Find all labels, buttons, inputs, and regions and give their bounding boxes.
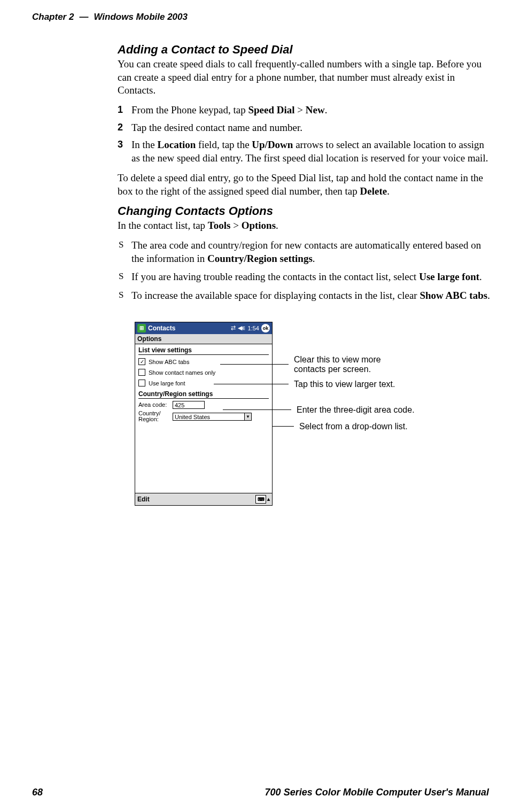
option-label: Use large font: [149, 380, 185, 386]
text-bold: New: [306, 104, 325, 115]
text: In the: [131, 139, 158, 150]
text-bold: Up/Down: [252, 139, 293, 150]
signal-icon: ⇄: [231, 324, 236, 331]
text: If you are having trouble reading the co…: [131, 271, 419, 282]
text-bold: Show ABC tabs: [419, 290, 487, 301]
callout-line: [223, 409, 291, 410]
text-bold: Location: [158, 139, 196, 150]
text-bold: Options: [242, 220, 276, 231]
header-title: Windows Mobile 2003: [94, 12, 188, 22]
step-number: 2: [118, 121, 123, 134]
checkbox-icon[interactable]: ✓: [138, 358, 145, 365]
list-item: The area code and country/region for new…: [118, 239, 492, 265]
page: Chapter 2 — Windows Mobile 2003 Adding a…: [0, 0, 521, 812]
header-separator: —: [79, 12, 88, 22]
callout-line: [220, 364, 289, 365]
status-area: ⇄ ◀ϵ 1:54: [231, 324, 259, 331]
footer-title: 700 Series Color Mobile Computer User's …: [265, 787, 489, 798]
option-use-large-font[interactable]: Use large font: [138, 378, 269, 388]
running-header: Chapter 2 — Windows Mobile 2003: [32, 12, 489, 22]
bottom-bar: Edit ⌨ ▴: [135, 493, 272, 505]
callout-line: [273, 426, 294, 427]
step-number: 3: [118, 138, 123, 151]
group-list-view: List view settings: [138, 346, 269, 355]
checkbox-icon[interactable]: [138, 369, 145, 376]
speaker-icon: ◀ϵ: [238, 324, 246, 331]
step-number: 1: [118, 104, 123, 116]
country-row: Country/ Region: United States ▼: [138, 411, 269, 423]
header-chapter: Chapter 2: [32, 12, 74, 22]
callout-clear-abc: Clear this to view more contacts per scr…: [294, 355, 381, 374]
text: From the Phone keypad, tap: [131, 104, 248, 115]
step-1: 1 From the Phone keypad, tap Speed Dial …: [118, 104, 492, 117]
text: >: [295, 104, 306, 115]
ok-button[interactable]: ok: [261, 324, 270, 332]
heading-changing-options: Changing Contacts Options: [118, 204, 492, 218]
country-dropdown[interactable]: United States ▼: [173, 413, 252, 421]
paragraph: In the contact list, tap Tools > Options…: [118, 219, 492, 233]
sip-arrow-icon[interactable]: ▴: [267, 496, 270, 502]
step-2: 2 Tap the desired contact name and numbe…: [118, 121, 492, 135]
content: Adding a Contact to Speed Dial You can c…: [118, 43, 492, 514]
edit-menu[interactable]: Edit: [137, 496, 150, 503]
area-code-row: Area code: 425: [138, 401, 269, 409]
text: To increase the available space for disp…: [131, 290, 419, 301]
text-bold: Tools: [208, 220, 231, 231]
callout-line: [214, 384, 289, 384]
start-icon[interactable]: ⊞: [137, 324, 146, 332]
text: Tap the desired contact name and number.: [131, 122, 302, 133]
option-label: Show ABC tabs: [149, 359, 189, 365]
page-number: 68: [32, 787, 43, 798]
option-show-names-only[interactable]: Show contact names only: [138, 368, 269, 377]
callout-area-code: Enter the three-digit area code.: [297, 405, 415, 415]
area-code-label: Area code:: [138, 401, 169, 408]
paragraph: To delete a speed dial entry, go to the …: [118, 172, 492, 198]
clock: 1:54: [248, 325, 259, 331]
text-bold: Use large font: [419, 271, 479, 282]
option-show-abc-tabs[interactable]: ✓ Show ABC tabs: [138, 357, 269, 367]
option-label: Show contact names only: [149, 369, 215, 376]
paragraph: You can create speed dials to call frequ…: [118, 58, 492, 97]
group-country-region: Country/Region settings: [138, 390, 269, 399]
text: .: [387, 185, 390, 197]
callout-large-font: Tap this to view larger text.: [294, 380, 395, 389]
bullet-list: The area code and country/region for new…: [118, 239, 492, 303]
text: To delete a speed dial entry, go to the …: [118, 172, 483, 197]
heading-speed-dial: Adding a Contact to Speed Dial: [118, 43, 492, 57]
running-footer: 68 700 Series Color Mobile Computer User…: [32, 787, 489, 798]
text: .: [276, 220, 278, 231]
ordered-list: 1 From the Phone keypad, tap Speed Dial …: [118, 104, 492, 165]
text: .: [313, 253, 315, 264]
text: .: [487, 290, 490, 301]
callout-text: contacts per screen.: [294, 365, 381, 374]
list-item: To increase the available space for disp…: [118, 289, 492, 303]
check-mark: ✓: [140, 359, 144, 365]
device-screenshot: ⊞ Contacts ⇄ ◀ϵ 1:54 ok Options List vie…: [135, 322, 273, 506]
figure: ⊞ Contacts ⇄ ◀ϵ 1:54 ok Options List vie…: [118, 322, 492, 514]
list-item: If you are having trouble reading the co…: [118, 270, 492, 284]
text-bold: Speed Dial: [248, 104, 294, 115]
app-title: Contacts: [148, 324, 175, 332]
country-label: Country/ Region:: [138, 411, 169, 423]
callout-dropdown: Select from a drop-down list.: [299, 422, 408, 431]
title-bar: ⊞ Contacts ⇄ ◀ϵ 1:54 ok: [135, 322, 272, 334]
area-code-input[interactable]: 425: [173, 401, 205, 409]
country-value: United States: [173, 413, 245, 421]
text: In the contact list, tap: [118, 220, 208, 231]
step-3: 3 In the Location field, tap the Up/Down…: [118, 138, 492, 165]
text-bold: Country/Region settings: [207, 253, 313, 264]
text: .: [325, 104, 328, 115]
callout-text: Clear this to view more: [294, 355, 381, 365]
text: field, tap the: [196, 139, 252, 150]
checkbox-icon[interactable]: [138, 380, 145, 386]
text: .: [479, 271, 482, 282]
text-bold: Delete: [360, 185, 387, 197]
chevron-down-icon[interactable]: ▼: [245, 413, 252, 421]
text: >: [230, 220, 241, 231]
screen-subtitle: Options: [135, 334, 272, 344]
keyboard-icon[interactable]: ⌨: [255, 495, 266, 504]
